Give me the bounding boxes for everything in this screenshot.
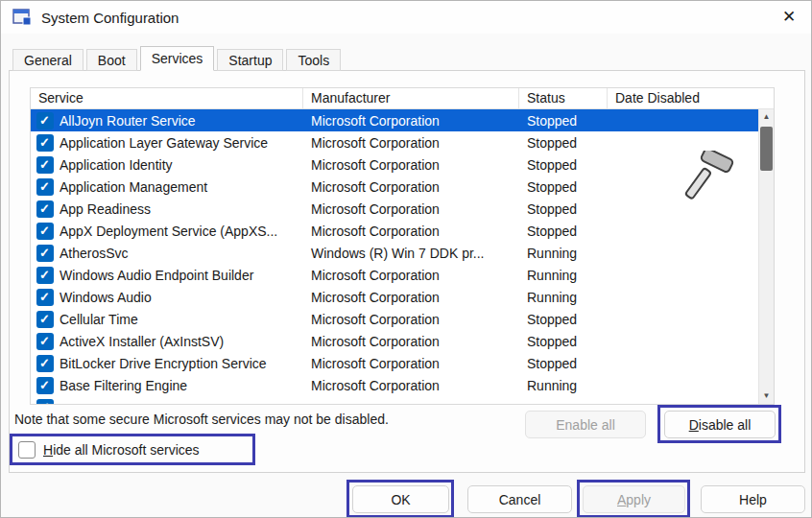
cell-manufacturer: Microsoft Corporation xyxy=(303,268,519,283)
cell-service: App Readiness xyxy=(60,201,303,217)
cell-status: Running xyxy=(519,246,608,261)
close-icon[interactable]: ✕ xyxy=(767,1,811,33)
scrollbar-thumb[interactable] xyxy=(760,127,773,171)
disable-all-button[interactable]: Disable all xyxy=(664,411,776,438)
cell-status: Stopped xyxy=(519,113,608,129)
cell-service: Cellular Time xyxy=(60,312,303,327)
hide-microsoft-services-label[interactable]: Hide all Microsoft services xyxy=(43,442,200,458)
cell-status: Stopped xyxy=(519,157,608,173)
cell-service: Application Management xyxy=(60,179,303,195)
service-checkbox[interactable] xyxy=(36,112,54,130)
table-row[interactable]: Windows Audio Endpoint Builder Microsoft… xyxy=(31,264,758,286)
service-checkbox[interactable] xyxy=(36,200,54,218)
cell-status: Stopped xyxy=(519,356,608,371)
help-button[interactable]: Help xyxy=(701,485,805,513)
service-checkbox[interactable] xyxy=(36,178,54,196)
cell-manufacturer: Microsoft Corporation xyxy=(303,201,519,217)
cell-status: Stopped xyxy=(519,201,608,217)
cell-status: Stopped xyxy=(519,224,608,239)
table-row[interactable]: Application Management Microsoft Corpora… xyxy=(31,176,758,198)
scroll-down-icon[interactable]: ▼ xyxy=(759,388,774,404)
cancel-button[interactable]: Cancel xyxy=(467,485,572,513)
table-row[interactable]: Base Filtering Engine Microsoft Corporat… xyxy=(31,374,758,396)
hide-microsoft-services-row[interactable]: Hide all Microsoft services xyxy=(18,441,200,459)
table-row[interactable]: ActiveX Installer (AxInstSV) Microsoft C… xyxy=(31,330,758,352)
service-table: Service Manufacturer Status Date Disable… xyxy=(30,87,775,405)
enable-all-button[interactable]: Enable all xyxy=(525,411,646,438)
service-checkbox[interactable] xyxy=(36,311,54,328)
table-row[interactable]: Cellular Time Microsoft Corporation Stop… xyxy=(31,308,758,330)
titlebar: System Configuration ✕ xyxy=(1,1,811,34)
tab-tools[interactable]: Tools xyxy=(286,49,341,71)
service-checkbox[interactable] xyxy=(36,399,54,405)
cell-manufacturer: Microsoft Corporation xyxy=(303,334,519,349)
service-checkbox[interactable] xyxy=(36,267,54,284)
table-row[interactable]: AllJoyn Router Service Microsoft Corpora… xyxy=(31,109,758,131)
tab-startup[interactable]: Startup xyxy=(217,49,283,71)
hammer-cursor-icon xyxy=(681,151,738,202)
cell-status: Running xyxy=(519,378,608,393)
cell-service: ActiveX Installer (AxInstSV) xyxy=(60,334,303,349)
cell-service: BitLocker Drive Encryption Service xyxy=(60,356,303,371)
tab-strip: General Boot Services Startup Tools xyxy=(12,46,344,71)
table-row[interactable]: Application Layer Gateway Service Micros… xyxy=(31,131,758,153)
column-header-status[interactable]: Status xyxy=(519,88,608,108)
hide-microsoft-services-checkbox[interactable] xyxy=(18,441,36,459)
cell-manufacturer: Microsoft Corporation xyxy=(303,312,519,327)
cell-status: Running xyxy=(519,290,608,305)
note-text: Note that some secure Microsoft services… xyxy=(14,412,389,427)
service-checkbox[interactable] xyxy=(36,333,54,350)
system-configuration-dialog: System Configuration ✕ General Boot Serv… xyxy=(0,0,812,518)
cell-manufacturer: Microsoft Corporation xyxy=(303,135,519,151)
table-row[interactable]: Windows Audio Microsoft Corporation Runn… xyxy=(31,286,758,308)
cell-status: Stopped xyxy=(519,179,608,195)
cell-status: Running xyxy=(519,268,608,283)
vertical-scrollbar[interactable]: ▲ ▼ xyxy=(758,109,774,404)
cell-service: Base Filtering Engine xyxy=(60,378,303,393)
column-header-manufacturer[interactable]: Manufacturer xyxy=(303,88,519,108)
service-checkbox[interactable] xyxy=(36,377,54,394)
cell-manufacturer: Microsoft Corporation xyxy=(303,179,519,195)
cell-status: Stopped xyxy=(519,135,608,151)
ok-button[interactable]: OK xyxy=(352,485,449,513)
cell-manufacturer: Microsoft Corporation xyxy=(303,356,519,371)
cell-status: Stopped xyxy=(519,334,608,349)
cell-service: Windows Audio xyxy=(60,290,303,305)
cell-service: AllJoyn Router Service xyxy=(60,113,303,129)
window-title: System Configuration xyxy=(41,10,179,26)
cell-manufacturer: Windows (R) Win 7 DDK pr... xyxy=(303,246,519,261)
service-checkbox[interactable] xyxy=(36,223,54,240)
service-list: AllJoyn Router Service Microsoft Corpora… xyxy=(31,109,758,404)
table-row-partial[interactable] xyxy=(31,396,758,404)
cell-service: AppX Deployment Service (AppXS... xyxy=(60,224,303,239)
scroll-up-icon[interactable]: ▲ xyxy=(759,109,774,125)
app-icon xyxy=(12,8,32,27)
service-checkbox[interactable] xyxy=(36,134,54,152)
tab-services[interactable]: Services xyxy=(140,46,215,71)
table-header: Service Manufacturer Status Date Disable… xyxy=(31,88,774,109)
table-row[interactable]: AtherosSvc Windows (R) Win 7 DDK pr... R… xyxy=(31,242,758,264)
table-row[interactable]: AppX Deployment Service (AppXS... Micros… xyxy=(31,220,758,242)
cell-manufacturer: Microsoft Corporation xyxy=(303,113,519,129)
service-checkbox[interactable] xyxy=(36,245,54,262)
cell-manufacturer: Microsoft Corporation xyxy=(303,378,519,393)
tab-general[interactable]: General xyxy=(12,49,84,71)
cell-manufacturer: Microsoft Corporation xyxy=(303,224,519,239)
cell-service: AtherosSvc xyxy=(60,246,303,261)
service-checkbox[interactable] xyxy=(36,156,54,174)
table-row[interactable]: BitLocker Drive Encryption Service Micro… xyxy=(31,352,758,374)
tab-boot[interactable]: Boot xyxy=(86,49,137,71)
service-checkbox[interactable] xyxy=(36,355,54,372)
cell-service: Windows Audio Endpoint Builder xyxy=(60,268,303,283)
table-row[interactable]: Application Identity Microsoft Corporati… xyxy=(31,153,758,176)
apply-button[interactable]: Apply xyxy=(583,485,685,513)
cell-manufacturer: Microsoft Corporation xyxy=(303,157,519,173)
cell-service: Application Layer Gateway Service xyxy=(60,135,303,151)
table-row[interactable]: App Readiness Microsoft Corporation Stop… xyxy=(31,198,758,220)
cell-status: Stopped xyxy=(519,312,608,327)
service-checkbox[interactable] xyxy=(36,289,54,306)
column-header-date-disabled[interactable]: Date Disabled xyxy=(608,88,774,108)
column-header-service[interactable]: Service xyxy=(31,88,303,108)
cell-manufacturer: Microsoft Corporation xyxy=(303,290,519,305)
cell-service: Application Identity xyxy=(60,157,303,173)
